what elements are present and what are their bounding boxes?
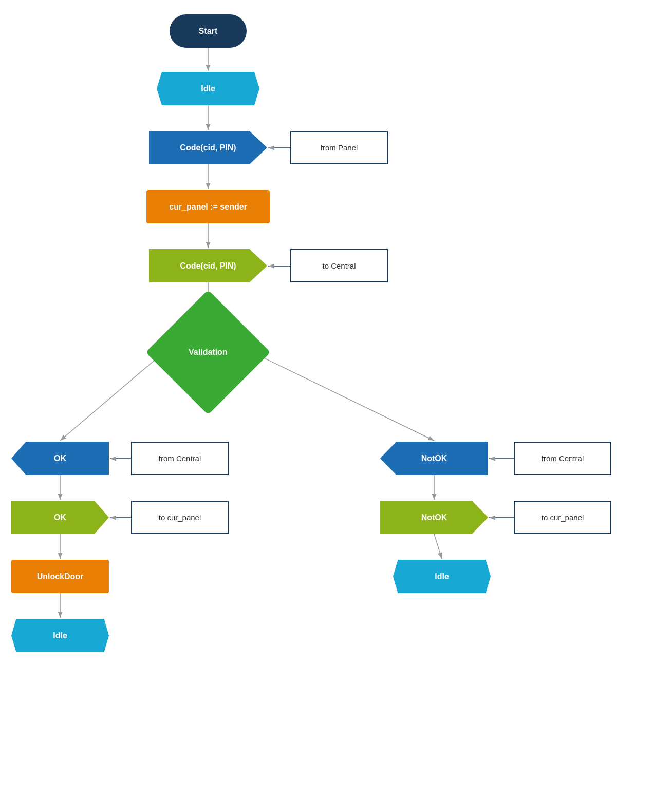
svg-line-12 [434,534,442,559]
start-node: Start [170,14,247,48]
unlock-door-node: UnlockDoor [11,560,109,593]
idle-left-node: Idle [11,619,109,652]
svg-line-6 [60,352,164,441]
to-cur-panel-right-note: to cur_panel [514,501,611,534]
code-in-node: Code(cid, PIN) [149,131,267,164]
from-central-left-note: from Central [131,442,229,475]
flowchart-diagram: Start Idle Code(cid, PIN) cur_panel := s… [0,0,672,796]
notok-out-node: NotOK [380,501,488,534]
ok-out-node: OK [11,501,109,534]
to-cur-panel-left-note: to cur_panel [131,501,229,534]
ok-in-node: OK [11,442,109,475]
idle-right-node: Idle [393,560,491,593]
validation-node: Validation [145,290,270,414]
svg-line-7 [252,352,434,441]
idle-top-node: Idle [157,72,259,105]
notok-in-node: NotOK [380,442,488,475]
to-central-note: to Central [290,249,388,282]
from-panel-note: from Panel [290,131,388,164]
arrows-svg [0,0,672,796]
from-central-right-note: from Central [514,442,611,475]
code-out-node: Code(cid, PIN) [149,249,267,282]
cur-panel-node: cur_panel := sender [146,190,270,223]
